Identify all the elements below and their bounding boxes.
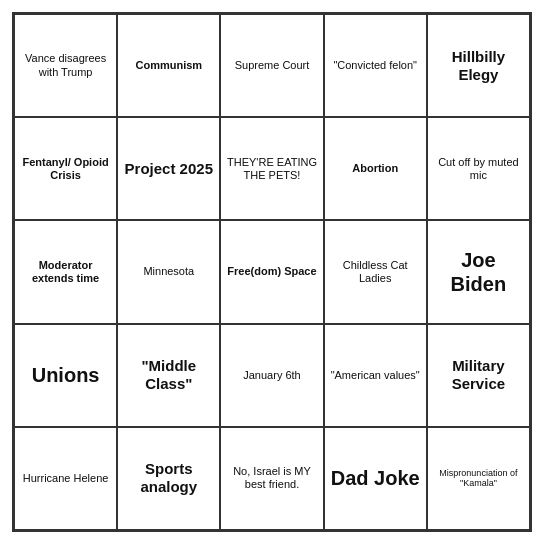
bingo-cell-24: Mispronunciation of "Kamala" — [427, 427, 530, 530]
bingo-cell-3: "Convicted felon" — [324, 14, 427, 117]
cell-text-17: January 6th — [243, 369, 300, 382]
cell-text-7: THEY'RE EATING THE PETS! — [225, 156, 318, 182]
cell-text-21: Sports analogy — [122, 460, 215, 496]
cell-text-6: Project 2025 — [125, 160, 213, 178]
bingo-cell-5: Fentanyl/ Opioid Crisis — [14, 117, 117, 220]
cell-text-12: Free(dom) Space — [227, 265, 316, 278]
cell-text-1: Communism — [135, 59, 202, 72]
bingo-cell-19: Military Service — [427, 324, 530, 427]
cell-text-16: "Middle Class" — [122, 357, 215, 393]
cell-text-11: Minnesota — [143, 265, 194, 278]
bingo-cell-21: Sports analogy — [117, 427, 220, 530]
cell-text-2: Supreme Court — [235, 59, 310, 72]
bingo-cell-22: No, Israel is MY best friend. — [220, 427, 323, 530]
bingo-cell-13: Childless Cat Ladies — [324, 220, 427, 323]
cell-text-23: Dad Joke — [331, 466, 420, 490]
bingo-cell-1: Communism — [117, 14, 220, 117]
cell-text-9: Cut off by muted mic — [432, 156, 525, 182]
cell-text-0: Vance disagrees with Trump — [19, 52, 112, 78]
cell-text-4: Hillbilly Elegy — [432, 48, 525, 84]
bingo-cell-18: "American values" — [324, 324, 427, 427]
bingo-cell-23: Dad Joke — [324, 427, 427, 530]
cell-text-15: Unions — [32, 363, 100, 387]
cell-text-18: "American values" — [331, 369, 420, 382]
cell-text-8: Abortion — [352, 162, 398, 175]
bingo-cell-9: Cut off by muted mic — [427, 117, 530, 220]
cell-text-22: No, Israel is MY best friend. — [225, 465, 318, 491]
bingo-cell-16: "Middle Class" — [117, 324, 220, 427]
cell-text-13: Childless Cat Ladies — [329, 259, 422, 285]
bingo-cell-11: Minnesota — [117, 220, 220, 323]
cell-text-20: Hurricane Helene — [23, 472, 109, 485]
bingo-cell-2: Supreme Court — [220, 14, 323, 117]
cell-text-14: Joe Biden — [432, 248, 525, 296]
bingo-card: Vance disagrees with TrumpCommunismSupre… — [12, 12, 532, 532]
cell-text-3: "Convicted felon" — [333, 59, 417, 72]
bingo-cell-8: Abortion — [324, 117, 427, 220]
bingo-cell-7: THEY'RE EATING THE PETS! — [220, 117, 323, 220]
bingo-cell-0: Vance disagrees with Trump — [14, 14, 117, 117]
bingo-cell-6: Project 2025 — [117, 117, 220, 220]
bingo-cell-4: Hillbilly Elegy — [427, 14, 530, 117]
cell-text-19: Military Service — [432, 357, 525, 393]
cell-text-5: Fentanyl/ Opioid Crisis — [19, 156, 112, 182]
bingo-cell-10: Moderator extends time — [14, 220, 117, 323]
bingo-cell-15: Unions — [14, 324, 117, 427]
bingo-cell-20: Hurricane Helene — [14, 427, 117, 530]
cell-text-10: Moderator extends time — [19, 259, 112, 285]
cell-text-24: Mispronunciation of "Kamala" — [432, 468, 525, 490]
bingo-cell-12: Free(dom) Space — [220, 220, 323, 323]
bingo-cell-14: Joe Biden — [427, 220, 530, 323]
bingo-cell-17: January 6th — [220, 324, 323, 427]
